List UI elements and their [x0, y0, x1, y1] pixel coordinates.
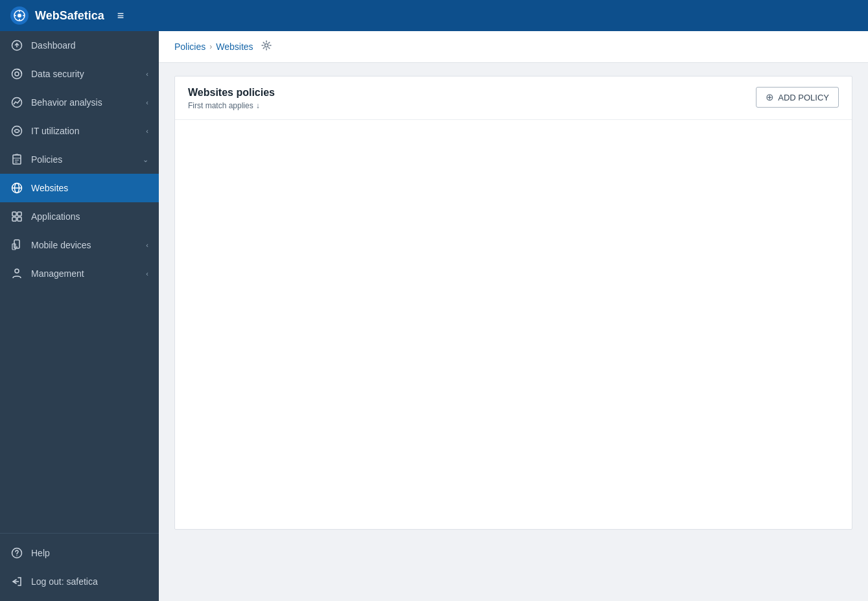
sidebar-bottom: Help Log out: safetica: [0, 533, 159, 601]
app-name: WebSafetica: [35, 9, 104, 23]
plus-circle-icon: ⊕: [766, 91, 774, 103]
mobile-devices-icon: [10, 239, 23, 252]
sidebar-label-logout: Log out: safetica: [31, 576, 98, 587]
behavior-analysis-icon: [10, 96, 23, 109]
policy-panel: Websites policies First match applies ↓ …: [174, 76, 852, 530]
sidebar-label-applications: Applications: [31, 211, 80, 222]
sidebar: Dashboard Data security ‹ Behav: [0, 31, 159, 601]
sidebar-label-it-utilization: IT utilization: [31, 126, 79, 136]
sidebar-item-data-security[interactable]: Data security ‹: [0, 60, 159, 88]
logo-icon: [10, 6, 29, 25]
svg-point-30: [264, 44, 268, 47]
svg-rect-21: [12, 217, 16, 221]
chevron-down-icon: ⌄: [143, 156, 148, 164]
sidebar-item-websites[interactable]: Websites: [0, 174, 159, 202]
applications-icon: [10, 210, 23, 223]
first-match-text: First match applies: [188, 101, 253, 110]
svg-point-28: [16, 555, 18, 556]
management-icon: [10, 267, 23, 280]
chevron-right-icon: ‹: [146, 70, 148, 78]
svg-rect-20: [18, 212, 21, 216]
breadcrumb-bar: Policies › Websites: [159, 31, 868, 63]
sidebar-label-behavior-analysis: Behavior analysis: [31, 97, 102, 108]
sidebar-label-dashboard: Dashboard: [31, 40, 76, 51]
svg-rect-22: [18, 217, 21, 221]
it-utilization-icon: [10, 124, 23, 137]
sort-arrow-icon: ↓: [256, 101, 260, 110]
svg-point-9: [15, 72, 19, 76]
sidebar-item-help[interactable]: Help: [0, 539, 159, 567]
svg-rect-12: [13, 155, 21, 164]
app-logo: WebSafetica: [10, 6, 104, 25]
svg-point-11: [12, 126, 22, 136]
sidebar-item-policies[interactable]: Policies ⌄: [0, 145, 159, 174]
chevron-right-icon-3: ‹: [146, 127, 148, 135]
sidebar-label-websites: Websites: [31, 183, 68, 193]
svg-point-26: [15, 269, 19, 273]
page-content: Websites policies First match applies ↓ …: [159, 63, 868, 601]
sidebar-item-it-utilization[interactable]: IT utilization ‹: [0, 117, 159, 145]
sidebar-item-logout[interactable]: Log out: safetica: [0, 567, 159, 596]
policy-panel-header: Websites policies First match applies ↓ …: [175, 77, 852, 120]
breadcrumb-parent[interactable]: Policies: [174, 41, 205, 52]
help-icon: [10, 547, 23, 560]
add-policy-button[interactable]: ⊕ ADD POLICY: [756, 87, 839, 108]
policy-panel-subtitle: First match applies ↓: [188, 101, 275, 110]
websites-icon: [10, 182, 23, 194]
main-content: Policies › Websites Websites policies Fi…: [159, 31, 868, 601]
breadcrumb-current: Websites: [216, 41, 253, 52]
svg-rect-19: [12, 212, 16, 216]
data-security-icon: [10, 67, 23, 80]
sidebar-item-behavior-analysis[interactable]: Behavior analysis ‹: [0, 88, 159, 117]
policies-icon: [10, 153, 23, 166]
topbar: WebSafetica ≡: [0, 0, 868, 31]
sidebar-label-mobile-devices: Mobile devices: [31, 240, 91, 250]
sidebar-item-mobile-devices[interactable]: Mobile devices ‹: [0, 231, 159, 259]
sidebar-item-dashboard[interactable]: Dashboard: [0, 31, 159, 60]
breadcrumb-separator: ›: [209, 42, 212, 51]
sidebar-label-policies: Policies: [31, 154, 62, 165]
chevron-right-icon-2: ‹: [146, 99, 148, 106]
policy-panel-title: Websites policies: [188, 87, 275, 99]
menu-icon[interactable]: ≡: [117, 9, 124, 23]
sidebar-label-management: Management: [31, 268, 84, 279]
svg-point-1: [18, 14, 21, 18]
gear-icon[interactable]: [261, 40, 272, 53]
logout-icon: [10, 575, 23, 588]
policy-list-empty: [175, 120, 852, 146]
sidebar-item-management[interactable]: Management ‹: [0, 259, 159, 288]
policy-panel-info: Websites policies First match applies ↓: [188, 87, 275, 110]
add-policy-label: ADD POLICY: [778, 93, 829, 102]
chevron-right-icon-4: ‹: [146, 241, 148, 249]
sidebar-item-applications[interactable]: Applications: [0, 202, 159, 231]
sidebar-label-data-security: Data security: [31, 69, 84, 79]
dashboard-icon: [10, 39, 23, 52]
chevron-right-icon-5: ‹: [146, 270, 148, 277]
sidebar-label-help: Help: [31, 548, 50, 558]
